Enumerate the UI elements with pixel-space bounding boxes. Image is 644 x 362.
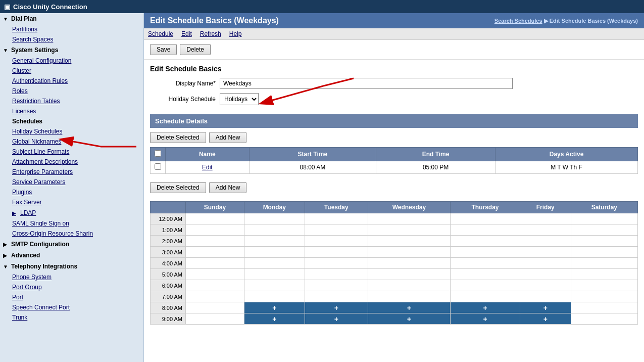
calendar-empty-cell[interactable] <box>368 280 450 291</box>
sidebar-item-fax-server[interactable]: Fax Server <box>0 197 143 207</box>
calendar-empty-cell[interactable] <box>186 313 244 325</box>
calendar-empty-cell[interactable] <box>520 213 571 224</box>
sidebar-item-holiday-schedules[interactable]: Holiday Schedules <box>0 126 143 137</box>
breadcrumb-link[interactable]: Search Schedules <box>494 18 542 24</box>
sidebar-item-partitions[interactable]: Partitions <box>0 24 143 34</box>
calendar-empty-cell[interactable] <box>520 280 571 291</box>
sidebar-item-auth-rules[interactable]: Authentication Rules <box>0 76 143 86</box>
calendar-active-cell[interactable]: + <box>368 302 450 313</box>
calendar-empty-cell[interactable] <box>244 247 305 258</box>
calendar-empty-cell[interactable] <box>571 313 637 325</box>
sidebar-item-global-nicknames[interactable]: Global Nicknames <box>0 137 143 147</box>
calendar-empty-cell[interactable] <box>186 269 244 280</box>
sidebar-item-restriction-tables[interactable]: Restriction Tables <box>0 96 143 106</box>
sidebar-section-system-settings[interactable]: ▼ System Settings <box>0 44 143 56</box>
sidebar-item-roles[interactable]: Roles <box>0 86 143 96</box>
sidebar-item-port[interactable]: Port <box>0 292 143 302</box>
calendar-empty-cell[interactable] <box>451 291 520 302</box>
sidebar-item-cross-origin[interactable]: Cross-Origin Resource Sharin <box>0 229 143 239</box>
delete-button[interactable]: Delete <box>180 44 211 55</box>
menu-item-help[interactable]: Help <box>229 30 242 37</box>
sidebar-section-smtp[interactable]: ▶ SMTP Configuration <box>0 239 143 250</box>
calendar-empty-cell[interactable] <box>451 236 520 247</box>
calendar-empty-cell[interactable] <box>186 236 244 247</box>
calendar-empty-cell[interactable] <box>244 280 305 291</box>
calendar-active-cell[interactable]: + <box>368 313 450 325</box>
calendar-empty-cell[interactable] <box>305 291 368 302</box>
calendar-active-cell[interactable]: + <box>520 302 571 313</box>
calendar-empty-cell[interactable] <box>305 280 368 291</box>
calendar-empty-cell[interactable] <box>186 247 244 258</box>
calendar-empty-cell[interactable] <box>368 224 450 236</box>
calendar-empty-cell[interactable] <box>244 258 305 269</box>
sidebar-item-attachment-descriptions[interactable]: Attachment Descriptions <box>0 157 143 167</box>
calendar-empty-cell[interactable] <box>571 291 637 302</box>
calendar-empty-cell[interactable] <box>244 269 305 280</box>
calendar-empty-cell[interactable] <box>305 247 368 258</box>
calendar-empty-cell[interactable] <box>244 291 305 302</box>
calendar-empty-cell[interactable] <box>451 269 520 280</box>
row-checkbox[interactable] <box>155 163 161 170</box>
calendar-empty-cell[interactable] <box>520 269 571 280</box>
display-name-input[interactable] <box>220 78 513 89</box>
calendar-empty-cell[interactable] <box>520 224 571 236</box>
sidebar-item-licenses[interactable]: Licenses <box>0 106 143 116</box>
calendar-empty-cell[interactable] <box>451 258 520 269</box>
calendar-empty-cell[interactable] <box>571 213 637 224</box>
calendar-empty-cell[interactable] <box>186 302 244 313</box>
calendar-active-cell[interactable]: + <box>305 302 368 313</box>
calendar-empty-cell[interactable] <box>186 224 244 236</box>
calendar-empty-cell[interactable] <box>571 247 637 258</box>
calendar-empty-cell[interactable] <box>520 291 571 302</box>
calendar-active-cell[interactable]: + <box>451 313 520 325</box>
add-new-button-top[interactable]: Add New <box>209 132 247 143</box>
calendar-empty-cell[interactable] <box>368 247 450 258</box>
calendar-active-cell[interactable]: + <box>244 302 305 313</box>
calendar-empty-cell[interactable] <box>520 258 571 269</box>
sidebar-item-port-group[interactable]: Port Group <box>0 282 143 292</box>
calendar-empty-cell[interactable] <box>571 269 637 280</box>
sidebar-section-telephony[interactable]: ▼ Telephony Integrations <box>0 261 143 272</box>
sidebar-item-speech-connect-port[interactable]: Speech Connect Port <box>0 302 143 312</box>
calendar-empty-cell[interactable] <box>520 247 571 258</box>
calendar-empty-cell[interactable] <box>305 213 368 224</box>
holiday-schedule-select[interactable]: Holidays <box>220 93 259 105</box>
sidebar-section-dial-plan[interactable]: ▼ Dial Plan <box>0 13 143 24</box>
calendar-empty-cell[interactable] <box>451 224 520 236</box>
calendar-empty-cell[interactable] <box>368 258 450 269</box>
menu-item-refresh[interactable]: Refresh <box>200 30 221 37</box>
calendar-active-cell[interactable]: + <box>520 313 571 325</box>
save-button[interactable]: Save <box>150 44 177 55</box>
calendar-empty-cell[interactable] <box>451 213 520 224</box>
calendar-empty-cell[interactable] <box>451 280 520 291</box>
calendar-empty-cell[interactable] <box>520 236 571 247</box>
calendar-empty-cell[interactable] <box>571 280 637 291</box>
menu-item-schedule[interactable]: Schedule <box>148 30 173 37</box>
sidebar-item-saml[interactable]: SAML Single Sign on <box>0 218 143 229</box>
calendar-empty-cell[interactable] <box>571 224 637 236</box>
calendar-empty-cell[interactable] <box>186 213 244 224</box>
row-edit-link[interactable]: Edit <box>166 161 250 174</box>
sidebar-item-subject-line-formats[interactable]: Subject Line Formats <box>0 147 143 157</box>
sidebar-item-phone-system[interactable]: Phone System <box>0 272 143 282</box>
calendar-empty-cell[interactable] <box>186 280 244 291</box>
calendar-empty-cell[interactable] <box>244 224 305 236</box>
calendar-empty-cell[interactable] <box>244 213 305 224</box>
calendar-empty-cell[interactable] <box>571 236 637 247</box>
calendar-active-cell[interactable]: + <box>451 302 520 313</box>
calendar-empty-cell[interactable] <box>305 269 368 280</box>
calendar-empty-cell[interactable] <box>451 247 520 258</box>
sidebar-section-advanced[interactable]: ▶ Advanced <box>0 250 143 261</box>
add-new-button-bottom[interactable]: Add New <box>209 182 247 193</box>
menu-item-edit[interactable]: Edit <box>181 30 192 37</box>
sidebar-item-schedules[interactable]: Schedules <box>0 116 143 126</box>
calendar-empty-cell[interactable] <box>368 269 450 280</box>
calendar-empty-cell[interactable] <box>571 302 637 313</box>
calendar-empty-cell[interactable] <box>244 236 305 247</box>
sidebar-item-plugins[interactable]: Plugins <box>0 187 143 197</box>
calendar-empty-cell[interactable] <box>305 258 368 269</box>
calendar-active-cell[interactable]: + <box>305 313 368 325</box>
calendar-active-cell[interactable]: + <box>244 313 305 325</box>
sidebar-item-general-config[interactable]: General Configuration <box>0 56 143 66</box>
calendar-empty-cell[interactable] <box>186 291 244 302</box>
